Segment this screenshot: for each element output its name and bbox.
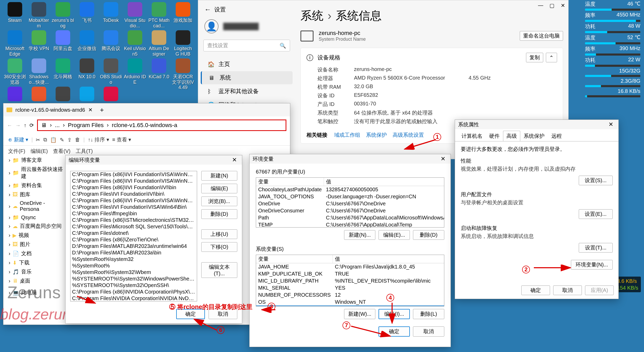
desktop-icon[interactable]: 北斗网格 — [52, 58, 74, 80]
desktop-icon[interactable]: 天若OCR文字识别V4.49 — [172, 58, 194, 90]
nav-back-button[interactable]: ← — [7, 122, 12, 128]
sys-delete-button[interactable]: 删除(L) — [413, 309, 444, 319]
delete-icon[interactable]: 🗑 — [75, 137, 80, 143]
close-icon[interactable]: ✕ — [230, 156, 239, 164]
path-entry[interactable]: %SystemRoot%\system32 — [70, 256, 197, 262]
profile-settings-button[interactable]: 设置(E)... — [579, 209, 613, 219]
tab-close-icon[interactable]: ✕ — [88, 107, 93, 113]
desktop-icon[interactable]: Altium Designer — [148, 30, 170, 57]
sidebar-folder[interactable]: ›⬇下载 — [7, 258, 67, 267]
desktop-icon[interactable]: Shadowso...快捷... — [28, 58, 50, 85]
perf-settings-button[interactable]: 设置(S)... — [579, 176, 613, 185]
table-row[interactable]: PathC:\Program Files\Java\jdk1.8.0_45\bi… — [256, 306, 444, 306]
address-bar[interactable]: 🖥 › ... › Program Files › rclone-v1.65.0… — [37, 120, 286, 131]
apply-button[interactable]: 应用(A) — [585, 285, 614, 295]
table-row[interactable]: ChocolateyLastPathUpdate1328542740600500… — [256, 186, 444, 193]
sidebar-folder[interactable]: ›☁OneDrive - Persona — [7, 199, 67, 213]
settings-nav-item[interactable]: 🏠主页 — [201, 58, 293, 71]
sidebar-folder[interactable]: ›☁百度网盘同步空间 — [7, 222, 67, 231]
delete-button[interactable]: 删除(D) — [201, 209, 237, 219]
desktop-icon[interactable]: PTC Mathcad... — [148, 2, 170, 28]
desktop-icon[interactable]: zeruns's blog — [52, 2, 74, 28]
sort-button[interactable]: ↑↓ 排序 ▾ — [88, 136, 109, 143]
tab[interactable]: 硬件 — [486, 131, 503, 141]
env-vars-button[interactable]: 环境变量(N)... — [571, 260, 613, 270]
desktop-icon[interactable]: KiCad 7.0 — [148, 58, 170, 80]
desktop-icon[interactable]: Visual Studio... — [124, 2, 146, 28]
sidebar-folder[interactable]: ›📁资料合集 — [7, 181, 67, 190]
new-button[interactable]: ⊕ 新建 ▾ — [8, 136, 28, 143]
path-entry[interactable]: C:\Program Files (x86)\IVI Foundation\IV… — [70, 184, 197, 191]
table-row[interactable]: NUMBER_OF_PROCESSORS12 — [256, 291, 444, 299]
path-entry[interactable]: C:\Program Files (x86)\IVI Foundation\VI… — [70, 171, 197, 178]
table-row[interactable]: OSWindows_NT — [256, 299, 444, 306]
tab-title[interactable]: rclone-v1.65.0-windows-amd6 — [15, 107, 85, 113]
search-input[interactable]: 查找设置 — [207, 42, 277, 49]
path-entry[interactable]: D:\Program Files\MATLAB\R2023a\bin — [70, 249, 197, 256]
cut-icon[interactable]: ✂ — [36, 137, 40, 143]
desktop-icon[interactable]: NX 10.0 — [76, 58, 98, 80]
path-entry[interactable]: %SYSTEMROOT%\System32\OpenSSH\ — [70, 282, 197, 289]
tab[interactable]: 高级 — [503, 131, 520, 141]
desktop-icon[interactable]: MobaXterm — [28, 2, 50, 28]
desktop-icon[interactable]: ToDesk — [100, 2, 122, 23]
menu-tools[interactable]: 工具(T) — [76, 148, 93, 155]
new-tab-button[interactable]: + — [100, 106, 104, 114]
browse-button[interactable]: 浏览(B)... — [201, 196, 237, 206]
path-entry[interactable]: C:\Program Files\dotnet\ — [70, 230, 197, 236]
path-entry[interactable]: C:\Program Files (x86)\NVIDIA Corporatio… — [70, 289, 197, 295]
view-button[interactable]: ≡ 查看 ▾ — [112, 136, 131, 143]
path-entry[interactable]: %SystemRoot% — [70, 262, 197, 269]
rename-pc-button[interactable]: 重命名这台电脑 — [520, 31, 563, 41]
desktop-icon[interactable] — [76, 87, 98, 102]
sidebar-folder[interactable]: ›🖼图片 — [7, 240, 67, 249]
share-icon[interactable]: ⇪ — [67, 137, 72, 143]
back-button[interactable]: ← — [204, 5, 211, 14]
desktop-icon[interactable] — [28, 87, 50, 102]
nav-up-button[interactable]: ↑ — [24, 122, 26, 128]
edit-text-button[interactable]: 编辑文本(T)... — [201, 262, 237, 278]
close-icon[interactable]: ✕ — [439, 155, 447, 163]
sys-new-button[interactable]: 新建(W)... — [344, 309, 375, 319]
tab[interactable]: 远程 — [548, 131, 565, 141]
nav-forward-button[interactable]: → — [15, 122, 21, 128]
collapse-button[interactable]: ⌃ — [546, 53, 557, 62]
desktop-icon[interactable]: 飞书 — [76, 2, 98, 23]
table-row[interactable]: JAVA_TOOL_OPTIONS-Duser.language=zh -Dus… — [256, 193, 444, 200]
sidebar-folder[interactable]: ›📁Qsync — [7, 213, 67, 222]
desktop-icon[interactable]: Steam — [4, 2, 26, 23]
desktop-icon[interactable]: Microsoft Edge — [4, 30, 26, 57]
cancel-button[interactable]: 取消 — [413, 326, 444, 337]
desktop-icon[interactable]: 企业微信 — [76, 30, 98, 51]
table-row[interactable]: MIC_LD_LIBRARY_PATH%INTEL_DEV_REDIST%com… — [256, 277, 444, 284]
startup-settings-button[interactable]: 设置(T)... — [579, 243, 613, 253]
tab[interactable]: 系统保护 — [520, 131, 548, 141]
path-entry[interactable]: C:\Program Files (x86)\ZeroTier\One\ — [70, 236, 197, 243]
sidebar-folder[interactable]: ›▶视频 — [7, 231, 67, 240]
path-entry[interactable]: D:\Program Files\MATLAB\R2023a\runtime\w… — [70, 243, 197, 249]
path-entry[interactable]: C:\Program Files\IVI Foundation\IVI\bin\ — [70, 191, 197, 197]
menu-view[interactable]: 查看(V) — [53, 148, 70, 155]
user-delete-button[interactable]: 删除(D) — [413, 230, 444, 240]
desktop-icon[interactable] — [52, 87, 74, 102]
sidebar-folder[interactable]: ›📁博客文章 — [7, 156, 67, 165]
desktop-icon[interactable]: OBS Studio — [100, 58, 122, 85]
table-row[interactable]: OneDriveC:\Users\67667\OneDrive — [256, 200, 444, 207]
desktop-icon[interactable]: Arduino IDE — [124, 58, 146, 85]
sidebar-folder[interactable]: ›🖼图库 — [7, 190, 67, 199]
table-row[interactable]: PathC:\Users\67667\AppData\Local\Microso… — [256, 214, 444, 221]
user-edit-button[interactable]: 编辑(E)... — [379, 230, 410, 240]
menu-edit[interactable]: 编辑(E) — [31, 148, 48, 155]
desktop-icon[interactable]: 阿里云盘 — [52, 30, 74, 51]
path-entry[interactable]: C:\Program Files (x86)\STMicroelectronic… — [70, 217, 197, 223]
settings-nav-item[interactable]: 🖥系统 — [201, 71, 293, 84]
path-entry[interactable]: C:\Program Files\ffmpeg\bin — [70, 210, 197, 217]
paste-icon[interactable]: 📋 — [50, 137, 57, 143]
path-entry[interactable]: C:\Program Files\IVI Foundation\VISA\Win… — [70, 204, 197, 210]
menu-file[interactable]: 文件(F) — [8, 148, 25, 155]
tab[interactable]: 计算机名 — [458, 131, 486, 141]
sidebar-folder[interactable]: ›📁雨云服务器快速搭建 — [7, 165, 67, 181]
desktop-icon[interactable]: 360安全浏览器 — [4, 58, 26, 85]
related-link[interactable]: 高级系统设置 — [393, 132, 424, 138]
desktop-icon[interactable] — [100, 87, 122, 102]
